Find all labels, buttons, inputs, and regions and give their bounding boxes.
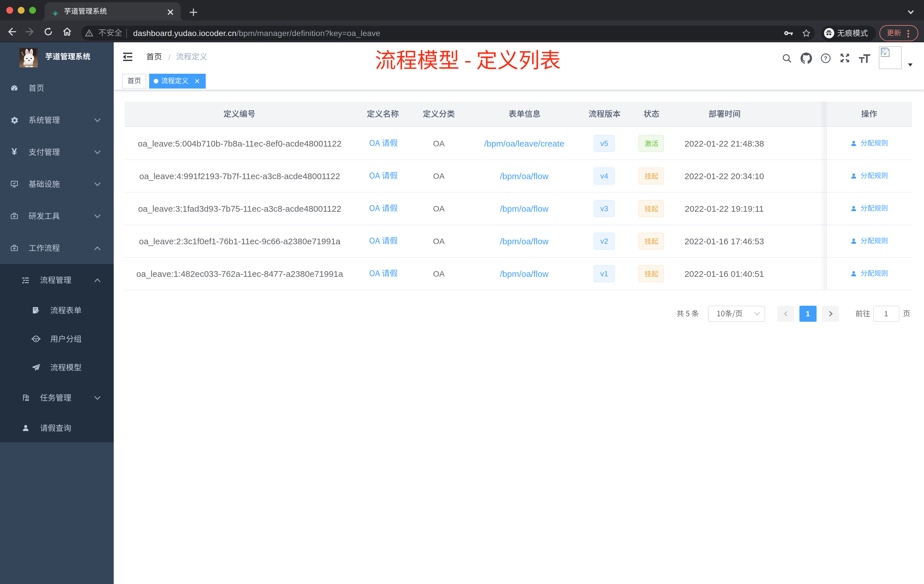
svg-text:?: ? (824, 55, 827, 61)
